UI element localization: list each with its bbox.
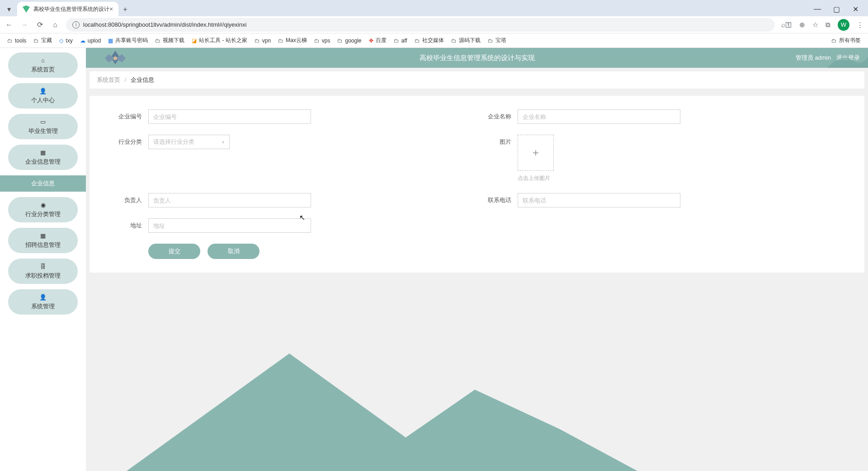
label-phone: 联系电话 xyxy=(477,193,518,204)
upload-hint: 点击上传图片 xyxy=(518,174,554,182)
label-address: 地址 xyxy=(108,218,148,230)
app-header: 高校毕业生信息管理系统的设计与实现 管理员 admin 退出登录 xyxy=(86,48,868,68)
input-enterprise-id[interactable] xyxy=(148,109,311,124)
breadcrumb: 系统首页 / 企业信息 xyxy=(90,71,864,89)
forward-icon[interactable]: → xyxy=(20,21,29,29)
bookmark-baidu[interactable]: ✥百度 xyxy=(369,37,387,44)
display-icon: ▭ xyxy=(40,118,46,125)
bookmark-social[interactable]: 🗀社交媒体 xyxy=(415,37,444,44)
select-industry[interactable]: 请选择行业分类 ▾ xyxy=(148,135,230,149)
url-input[interactable]: i localhost:8080/springboot1ltvv/admin/d… xyxy=(66,18,775,32)
bookmark-zhanzhang[interactable]: ◪站长工具 - 站长之家 xyxy=(192,37,247,44)
chrome-menu-icon[interactable]: ⋮ xyxy=(857,21,863,29)
decorative-mountains xyxy=(86,344,868,471)
bookmark-txy[interactable]: ◇txy xyxy=(59,38,72,44)
sidebar-item-system[interactable]: 👤系统管理 xyxy=(8,289,78,315)
sidebar-item-jobapply[interactable]: 🗄求职投档管理 xyxy=(8,259,78,284)
bookmark-vpn[interactable]: 🗀vpn xyxy=(255,38,271,44)
url-text: localhost:8080/springboot1ltvv/admin/dis… xyxy=(83,21,246,28)
label-industry: 行业分类 xyxy=(108,135,148,146)
main-content: 高校毕业生信息管理系统的设计与实现 管理员 admin 退出登录 系统首页 / … xyxy=(86,48,868,471)
chevron-down-icon: ▾ xyxy=(222,139,225,145)
select-placeholder: 请选择行业分类 xyxy=(153,138,194,146)
bookmark-google[interactable]: 🗀google xyxy=(337,38,361,44)
password-key-icon[interactable]: ⌕⚿ xyxy=(781,21,792,28)
sidebar-item-profile[interactable]: 👤个人中心 xyxy=(8,83,78,108)
bookmarks-bar: 🗀tools 🗀宝藏 ◇txy ☁uplod ▦共享账号密码 🗀视频下载 ◪站长… xyxy=(0,33,868,48)
home-icon[interactable]: ⌂ xyxy=(51,21,60,29)
bookmark-sharepw[interactable]: ▦共享账号密码 xyxy=(108,37,148,44)
maximize-icon[interactable]: ▢ xyxy=(831,5,842,14)
bookmark-vps[interactable]: 🗀vps xyxy=(314,38,330,44)
breadcrumb-sep: / xyxy=(125,76,127,83)
submit-button[interactable]: 提交 xyxy=(148,244,200,259)
upload-image-button[interactable]: + xyxy=(518,135,554,171)
input-address[interactable] xyxy=(148,218,311,233)
bookmark-uplod[interactable]: ☁uplod xyxy=(80,38,101,44)
user-icon: 👤 xyxy=(39,88,47,94)
sidebar-item-graduates[interactable]: ▭毕业生管理 xyxy=(8,114,78,139)
bookmark-sourcecode[interactable]: 🗀源码下载 xyxy=(451,37,481,44)
plus-icon: + xyxy=(533,146,539,159)
sidebar: ⌂系统首页 👤个人中心 ▭毕业生管理 ▦企业信息管理 企业信息 ◉行业分类管理 … xyxy=(0,48,86,471)
label-principal: 负责人 xyxy=(108,193,148,204)
header-deco-right xyxy=(827,48,868,68)
address-bar: ← → ⟳ ⌂ i localhost:8080/springboot1ltvv… xyxy=(0,16,868,33)
new-tab-button[interactable]: + xyxy=(123,5,127,14)
sidebar-item-enterprise[interactable]: ▦企业信息管理 xyxy=(8,145,78,170)
grid-icon: ▦ xyxy=(40,149,46,156)
header-title: 高校毕业生信息管理系统的设计与实现 xyxy=(420,54,535,62)
zoom-icon[interactable]: ⊕ xyxy=(799,21,805,29)
back-icon[interactable]: ← xyxy=(5,21,14,29)
input-phone[interactable] xyxy=(518,193,680,207)
bookmark-baozang[interactable]: 🗀宝藏 xyxy=(33,37,52,44)
breadcrumb-root[interactable]: 系统首页 xyxy=(97,76,120,83)
extensions-icon[interactable]: ⧉ xyxy=(826,21,830,29)
tab-title: 高校毕业生信息管理系统的设计 xyxy=(33,5,109,13)
browser-tab-strip: ▾ 高校毕业生信息管理系统的设计 × + — ▢ ✕ xyxy=(0,0,868,16)
svg-point-3 xyxy=(113,57,117,60)
close-window-icon[interactable]: ✕ xyxy=(850,5,861,14)
input-principal[interactable] xyxy=(148,193,311,207)
tab-search-icon[interactable]: ▾ xyxy=(4,4,14,14)
bookmark-star-icon[interactable]: ☆ xyxy=(812,21,818,29)
close-tab-icon[interactable]: × xyxy=(109,5,113,13)
bookmark-tools[interactable]: 🗀tools xyxy=(7,38,26,44)
header-user[interactable]: 管理员 admin xyxy=(796,54,831,62)
bookmark-video[interactable]: 🗀视频下载 xyxy=(155,37,184,44)
minimize-icon[interactable]: — xyxy=(812,5,823,14)
home-icon: ⌂ xyxy=(41,57,45,64)
profile-avatar[interactable]: W xyxy=(838,19,849,31)
bookmark-aff[interactable]: 🗀aff xyxy=(394,38,407,44)
site-info-icon[interactable]: i xyxy=(72,21,80,28)
label-image: 图片 xyxy=(477,135,518,146)
sidebar-item-industry[interactable]: ◉行业分类管理 xyxy=(8,197,78,222)
reload-icon[interactable]: ⟳ xyxy=(35,20,44,29)
briefcase-icon: 🗄 xyxy=(40,263,46,270)
sidebar-item-recruit[interactable]: ▦招聘信息管理 xyxy=(8,228,78,253)
cancel-button[interactable]: 取消 xyxy=(208,244,259,259)
tag-icon: ◉ xyxy=(41,202,46,208)
person-icon: 👤 xyxy=(39,294,47,301)
breadcrumb-current: 企业信息 xyxy=(131,76,154,83)
header-flower-icon xyxy=(99,48,131,71)
favicon-icon xyxy=(23,5,30,13)
bookmark-maxcloud[interactable]: 🗀Max云梯 xyxy=(278,37,307,44)
sidebar-subitem-enterprise-info[interactable]: 企业信息 xyxy=(0,175,86,192)
form-card: 企业编号 企业名称 行业分类 请选择行业分类 ▾ 图片 xyxy=(90,96,864,273)
label-enterprise-name: 企业名称 xyxy=(477,109,518,121)
sidebar-item-home[interactable]: ⌂系统首页 xyxy=(8,52,78,78)
bookmark-all[interactable]: 🗀所有书签 xyxy=(831,37,861,44)
window-controls: — ▢ ✕ xyxy=(812,5,864,14)
label-enterprise-id: 企业编号 xyxy=(108,109,148,121)
browser-tab[interactable]: 高校毕业生信息管理系统的设计 × xyxy=(17,2,118,16)
input-enterprise-name[interactable] xyxy=(518,109,680,124)
grid2-icon: ▦ xyxy=(40,232,46,239)
bookmark-baota[interactable]: 🗀宝塔 xyxy=(488,37,506,44)
